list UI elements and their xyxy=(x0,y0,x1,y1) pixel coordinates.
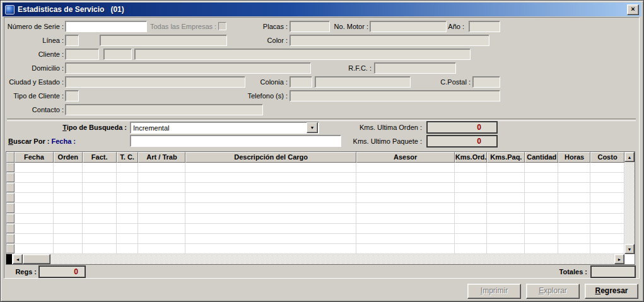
grid-cell[interactable] xyxy=(590,214,624,223)
grid-cell[interactable] xyxy=(590,173,624,182)
grid-cell[interactable] xyxy=(356,203,455,212)
grid-cell[interactable] xyxy=(15,163,54,172)
vertical-scroll-track[interactable] xyxy=(624,162,635,244)
grid-cell[interactable] xyxy=(138,193,186,202)
grid-cell[interactable] xyxy=(117,214,138,223)
explorar-button[interactable]: Explorar xyxy=(526,284,580,299)
grid-cell[interactable] xyxy=(15,173,54,182)
grid-cell[interactable] xyxy=(590,224,624,233)
regresar-button[interactable]: Regresar xyxy=(585,284,638,299)
grid-cell[interactable] xyxy=(356,183,455,192)
grid-cell[interactable] xyxy=(54,214,83,223)
grid-cell[interactable] xyxy=(487,214,525,223)
row-selector[interactable] xyxy=(6,244,15,253)
grid-cell[interactable] xyxy=(54,234,83,243)
grid-cell[interactable] xyxy=(117,224,138,233)
grid-cell[interactable] xyxy=(54,224,83,233)
grid-cell[interactable] xyxy=(356,214,455,223)
grid-cell[interactable] xyxy=(558,234,590,243)
row-selector[interactable] xyxy=(6,183,15,192)
grid-cell[interactable] xyxy=(455,224,488,233)
grid-cell[interactable] xyxy=(83,244,117,253)
grid-cell[interactable] xyxy=(117,203,138,212)
row-selector[interactable] xyxy=(6,163,15,172)
table-row[interactable] xyxy=(6,163,624,173)
table-row[interactable] xyxy=(6,193,624,203)
grid-cell[interactable] xyxy=(590,193,624,202)
grid-cell[interactable] xyxy=(83,173,117,182)
grid-cell[interactable] xyxy=(525,193,558,202)
grid-cell[interactable] xyxy=(455,214,488,223)
grid-cell[interactable] xyxy=(54,244,83,253)
grid-cell[interactable] xyxy=(356,193,455,202)
grid-cell[interactable] xyxy=(525,214,558,223)
column-header-fact[interactable]: Fact. xyxy=(83,152,117,163)
table-row[interactable] xyxy=(6,173,624,183)
vertical-scrollbar[interactable]: ▲ ▼ xyxy=(624,152,635,254)
grid-cell[interactable] xyxy=(558,183,590,192)
grid-cell[interactable] xyxy=(487,163,525,172)
scroll-down-button[interactable]: ▼ xyxy=(624,244,635,254)
row-selector[interactable] xyxy=(6,234,15,243)
grid-cell[interactable] xyxy=(185,193,356,202)
grid-cell[interactable] xyxy=(455,193,488,202)
grid-cell[interactable] xyxy=(117,193,138,202)
grid-cell[interactable] xyxy=(487,244,525,253)
column-header-t-c[interactable]: T. C. xyxy=(117,152,138,163)
row-selector[interactable] xyxy=(6,193,15,202)
grid-cell[interactable] xyxy=(117,183,138,192)
grid-cell[interactable] xyxy=(455,234,488,243)
grid-cell[interactable] xyxy=(83,234,117,243)
buscar-por-input[interactable] xyxy=(130,135,341,147)
grid-splitter-box[interactable] xyxy=(6,254,13,264)
row-selector[interactable] xyxy=(6,173,15,182)
grid-cell[interactable] xyxy=(185,163,356,172)
grid-cell[interactable] xyxy=(558,203,590,212)
grid-cell[interactable] xyxy=(356,234,455,243)
grid-cell[interactable] xyxy=(15,183,54,192)
grid-cell[interactable] xyxy=(590,244,624,253)
grid-cell[interactable] xyxy=(185,244,356,253)
scroll-right-button[interactable]: ► xyxy=(614,254,624,264)
grid-cell[interactable] xyxy=(117,163,138,172)
grid-cell[interactable] xyxy=(54,183,83,192)
grid-cell[interactable] xyxy=(455,173,488,182)
grid-cell[interactable] xyxy=(54,173,83,182)
grid-cell[interactable] xyxy=(15,203,54,212)
grid-cell[interactable] xyxy=(558,244,590,253)
grid-cell[interactable] xyxy=(590,234,624,243)
table-row[interactable] xyxy=(6,234,624,244)
row-selector[interactable] xyxy=(6,224,15,233)
grid-cell[interactable] xyxy=(15,193,54,202)
column-header-kms-paq[interactable]: Kms.Paq. xyxy=(487,152,525,163)
column-header-descripcion-del-cargo[interactable]: Descripción del Cargo xyxy=(185,152,356,163)
grid-cell[interactable] xyxy=(117,244,138,253)
grid-cell[interactable] xyxy=(455,203,488,212)
column-header-orden[interactable]: Orden xyxy=(54,152,83,163)
dropdown-arrow-button[interactable]: ▼ xyxy=(307,122,318,133)
row-selector[interactable] xyxy=(6,214,15,223)
grid-cell[interactable] xyxy=(356,224,455,233)
grid-cell[interactable] xyxy=(525,234,558,243)
numero-serie-input[interactable] xyxy=(65,21,147,32)
grid-cell[interactable] xyxy=(525,224,558,233)
table-row[interactable] xyxy=(6,214,624,224)
horizontal-scrollbar[interactable]: ◄ ► xyxy=(6,254,624,264)
column-header-costo[interactable]: Costo xyxy=(590,152,624,163)
grid-cell[interactable] xyxy=(138,234,186,243)
grid-cell[interactable] xyxy=(15,234,54,243)
grid-cell[interactable] xyxy=(117,173,138,182)
grid-cell[interactable] xyxy=(487,183,525,192)
grid-cell[interactable] xyxy=(138,244,186,253)
grid-cell[interactable] xyxy=(356,173,455,182)
grid-cell[interactable] xyxy=(185,183,356,192)
table-row[interactable] xyxy=(6,203,624,213)
grid-cell[interactable] xyxy=(455,163,488,172)
grid-cell[interactable] xyxy=(83,193,117,202)
grid-cell[interactable] xyxy=(83,183,117,192)
grid-cell[interactable] xyxy=(138,183,186,192)
column-header-asesor[interactable]: Asesor xyxy=(356,152,455,163)
grid-cell[interactable] xyxy=(185,214,356,223)
todas-empresas-checkbox[interactable] xyxy=(218,22,226,30)
grid-cell[interactable] xyxy=(558,224,590,233)
